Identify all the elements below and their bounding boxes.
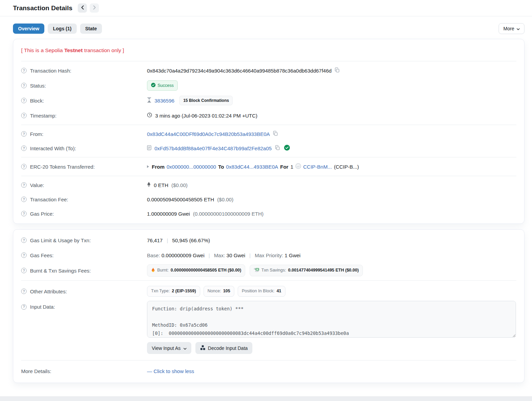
max-fee-value: 30 Gwei [226, 252, 245, 258]
block-row: ?Block: 3836596 15 Block Confirmations [21, 93, 516, 108]
block-number-link[interactable]: 3836596 [154, 98, 174, 104]
show-less-link[interactable]: — Click to show less [147, 368, 194, 374]
verified-check-icon [284, 145, 290, 152]
help-icon: ? [21, 182, 27, 188]
burnt-badge: Burnt: 0.000000000000458505 ETH ($0.00) [147, 264, 245, 277]
input-data-label: Input Data: [30, 304, 55, 310]
details-card: ?Gas Limit & Usage by Txn: 76,417 | 50,9… [13, 229, 524, 383]
timestamp-value: 3 mins ago (Jul-06-2023 01:02:24 PM +UTC… [155, 113, 257, 119]
transaction-hash-label: Transaction Hash: [30, 68, 71, 74]
block-label: Block: [30, 98, 44, 104]
gas-usage-value: 50,945 (66.67%) [172, 237, 210, 243]
copy-icon [275, 145, 280, 151]
separator: | [167, 237, 168, 243]
chevron-down-icon [517, 26, 520, 31]
more-button-label: More [503, 26, 514, 31]
expand-triangle-icon [147, 165, 149, 168]
erc20-to-label: To [218, 164, 224, 170]
contract-icon [147, 145, 151, 151]
burnt-savings-row: ?Burnt & Txn Savings Fees: Burnt: 0.0000… [21, 262, 516, 279]
help-icon: ? [21, 289, 27, 294]
page-header: Transaction Details [13, 0, 524, 16]
view-input-as-button[interactable]: View Input As [147, 342, 191, 354]
transaction-fee-label: Transaction Fee: [30, 197, 68, 202]
copy-to-button[interactable] [275, 145, 280, 151]
copy-from-button[interactable] [273, 131, 278, 137]
other-attributes-row: ?Other Attributes: Txn Type:2 (EIP-1559)… [21, 282, 516, 300]
decode-input-data-label: Decode Input Data [208, 346, 248, 351]
help-icon: ? [21, 211, 27, 216]
value-eth: 0 ETH [154, 182, 168, 188]
token-link[interactable]: CCIP-BnM... [303, 164, 332, 170]
more-button[interactable]: More [499, 23, 524, 34]
tab-state[interactable]: State [80, 24, 102, 34]
tab-logs[interactable]: Logs (1) [48, 24, 76, 34]
gas-price-row: ?Gas Price: 1.000000009 Gwei (0.00000000… [21, 206, 516, 221]
overview-card: [ This is a Sepolia Testnet transaction … [13, 39, 524, 224]
erc20-amount: 1 [291, 164, 293, 170]
testnet-warning: [ This is a Sepolia Testnet transaction … [21, 42, 516, 59]
value-row: ?Value: 0 ETH ($0.00) [21, 178, 516, 192]
transaction-fee-row: ?Transaction Fee: 0.000050945000458505 E… [21, 192, 516, 206]
input-data-textarea[interactable]: Function: drip(address token) *** Method… [147, 301, 516, 338]
gas-limit-value: 76,417 [147, 237, 163, 243]
decode-cubes-icon [200, 345, 205, 351]
transaction-hash-value: 0x843dc70a4a29d79234c49a904c363d6c46640a… [147, 68, 331, 74]
help-icon: ? [21, 145, 27, 151]
check-circle-icon [151, 83, 156, 88]
transaction-fee-value: 0.000050945000458505 ETH [147, 197, 214, 202]
burnt-value: 0.000000000000458505 ETH ($0.00) [171, 268, 241, 273]
base-fee-label: Base: [147, 252, 160, 258]
help-icon: ? [21, 197, 27, 202]
txn-savings-value: 0.001477404999541495 ETH ($0.00) [288, 268, 359, 273]
token-icon [295, 163, 301, 170]
tab-bar: Overview Logs (1) State [13, 24, 102, 34]
max-priority-label: Max Priority: [255, 252, 283, 258]
nonce-badge: Nonce:105 [204, 286, 234, 297]
help-icon: ? [21, 83, 27, 88]
txn-savings-badge: Txn Savings: 0.001477404999541495 ETH ($… [250, 265, 363, 277]
divider [21, 61, 516, 61]
help-icon: ? [21, 131, 27, 137]
divider [21, 176, 516, 176]
help-icon: ? [21, 268, 27, 273]
help-icon: ? [21, 237, 27, 243]
position-in-block-badge: Position In Block:41 [238, 286, 285, 297]
chevron-left-icon [81, 5, 84, 11]
tab-overview[interactable]: Overview [13, 24, 44, 34]
from-address-link[interactable]: 0x83dC44a4C00DFf69d0A0c7c94B20b53a4933BE… [147, 131, 270, 137]
from-label: From: [30, 131, 43, 137]
gas-price-label: Gas Price: [30, 211, 54, 217]
help-icon: ? [21, 68, 27, 73]
status-row: ?Status: Success [21, 78, 516, 93]
erc20-from-label: From [152, 164, 165, 170]
transaction-hash-row: ?Transaction Hash: 0x843dc70a4a29d79234c… [21, 63, 516, 78]
value-label: Value: [30, 182, 44, 188]
to-address-link[interactable]: 0xFd57b4ddBf88a4e07fF4e34C487b99af2Fe82a… [154, 145, 272, 151]
flame-icon [151, 267, 155, 274]
input-data-row: ?Input Data: Function: drip(address toke… [21, 301, 516, 355]
divider [21, 280, 516, 281]
token-symbol-paren: (CCIP-B...) [334, 164, 359, 170]
help-icon: ? [21, 304, 27, 310]
help-icon: ? [21, 113, 27, 118]
erc20-to-address-link[interactable]: 0x83dC44...4933BE0A [226, 164, 278, 170]
interacted-with-row: ?Interacted With (To): 0xFd57b4ddBf88a4e… [21, 141, 516, 155]
money-wings-icon [254, 268, 259, 274]
divider [21, 157, 516, 157]
next-transaction-button[interactable] [90, 3, 99, 13]
txn-savings-label: Txn Savings: [261, 268, 286, 273]
erc20-transfers-row: ?ERC-20 Tokens Transferred: From 0x00000… [21, 159, 516, 174]
decode-input-data-button[interactable]: Decode Input Data [195, 342, 253, 354]
help-icon: ? [21, 164, 27, 169]
from-row: ?From: 0x83dC44a4C00DFf69d0A0c7c94B20b53… [21, 127, 516, 141]
erc20-from-address-link[interactable]: 0x000000...00000000 [167, 164, 216, 170]
gas-fees-label: Gas Fees: [30, 252, 54, 258]
help-icon: ? [21, 98, 27, 103]
separator: | [249, 252, 251, 258]
separator: | [208, 252, 210, 258]
txn-type-badge: Txn Type:2 (EIP-1559) [147, 286, 200, 297]
copy-hash-button[interactable] [335, 67, 340, 74]
prev-transaction-button[interactable] [78, 3, 87, 13]
erc20-transfers-label: ERC-20 Tokens Transferred: [30, 164, 95, 170]
